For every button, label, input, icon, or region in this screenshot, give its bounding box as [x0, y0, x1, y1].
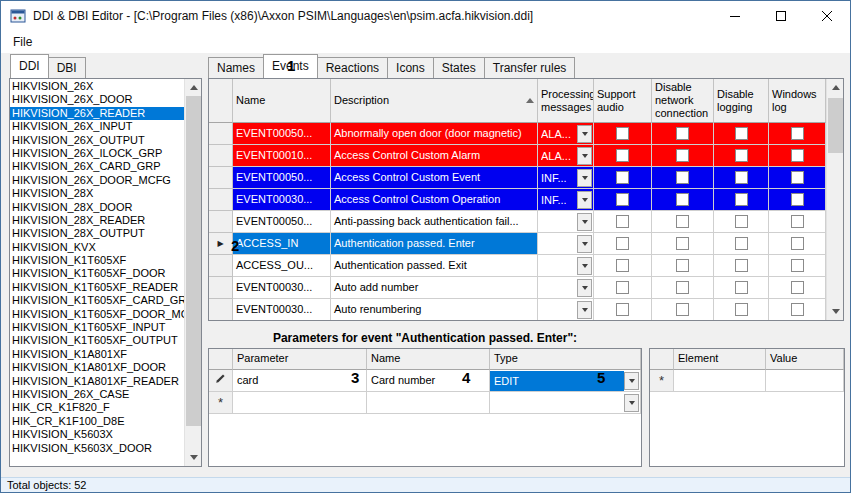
list-item[interactable]: HIK_CR_K1F820_F — [10, 401, 184, 414]
menu-file[interactable]: File — [5, 32, 40, 52]
description-cell[interactable]: Access Control Custom Event — [331, 167, 538, 189]
checkbox-unchecked[interactable] — [676, 149, 689, 162]
checkbox-unchecked[interactable] — [791, 215, 804, 228]
list-item[interactable]: HIKVISION_26X_INPUT — [10, 120, 184, 133]
disable-logging-cell[interactable] — [714, 255, 769, 277]
windows-log-cell[interactable] — [769, 145, 826, 167]
element-cell[interactable] — [674, 370, 766, 392]
support-audio-cell[interactable] — [594, 123, 652, 145]
table-row[interactable]: EVENT00030...Auto renumbering — [209, 299, 826, 320]
name-cell[interactable]: EVENT00050... — [233, 167, 331, 189]
checkbox-unchecked[interactable] — [791, 127, 804, 140]
processing-messages-cell[interactable]: ALA... — [538, 123, 594, 145]
processing-messages-cell[interactable]: INF... — [538, 167, 594, 189]
row-header[interactable] — [209, 167, 233, 189]
list-item[interactable]: HIKVISION_28X_OUTPUT — [10, 227, 184, 240]
disable-logging-cell[interactable] — [714, 189, 769, 211]
table-row[interactable]: EVENT00050...Anti-passing back authentic… — [209, 211, 826, 233]
description-cell[interactable]: Access Control Custom Operation — [331, 189, 538, 211]
support-audio-cell[interactable] — [594, 211, 652, 233]
checkbox-unchecked[interactable] — [735, 259, 748, 272]
checkbox-unchecked[interactable] — [616, 171, 629, 184]
list-scroll-up-button[interactable] — [185, 79, 202, 96]
description-cell[interactable]: Auto add number — [331, 277, 538, 299]
type-cell[interactable] — [490, 392, 641, 414]
list-item[interactable]: HIKVISION_K1T605XF — [10, 254, 184, 267]
list-item[interactable]: HIKVISION_28X_DOOR — [10, 201, 184, 214]
tab-ddi[interactable]: DDI — [10, 54, 49, 78]
name-cell[interactable]: EVENT00050... — [233, 123, 331, 145]
name-cell[interactable]: EVENT00030... — [233, 277, 331, 299]
list-item[interactable]: HIKVISION_K1A801XF_READER — [10, 375, 184, 388]
grid-scrollbar[interactable] — [826, 79, 843, 320]
column-header-value[interactable]: Value — [766, 349, 844, 370]
disable-network-cell[interactable] — [652, 145, 714, 167]
list-item[interactable]: HIK_CR_K1F100_D8E — [10, 415, 184, 428]
checkbox-unchecked[interactable] — [735, 127, 748, 140]
checkbox-unchecked[interactable] — [735, 303, 748, 316]
table-row[interactable]: * — [650, 370, 844, 392]
table-row[interactable]: EVENT00030...Auto add number — [209, 277, 826, 299]
disable-network-cell[interactable] — [652, 233, 714, 255]
dropdown-button[interactable] — [577, 191, 592, 209]
list-item[interactable]: HIKVISION_K1A801XF_DOOR — [10, 361, 184, 374]
row-header[interactable] — [209, 277, 233, 299]
checkbox-unchecked[interactable] — [616, 215, 629, 228]
grid-scroll-up-button[interactable] — [827, 79, 844, 96]
column-header-windows-log[interactable]: Windows log — [769, 79, 826, 123]
name-cell[interactable]: ACCESS_IN — [233, 233, 331, 255]
windows-log-cell[interactable] — [769, 167, 826, 189]
checkbox-unchecked[interactable] — [735, 149, 748, 162]
description-cell[interactable]: Authentication passed. Enter — [331, 233, 538, 255]
description-cell[interactable]: Anti-passing back authentication fail... — [331, 211, 538, 233]
row-header[interactable] — [209, 123, 233, 145]
dropdown-button[interactable] — [577, 125, 592, 143]
list-scrollbar-thumb[interactable] — [186, 96, 201, 426]
checkbox-unchecked[interactable] — [735, 237, 748, 250]
list-item[interactable]: HIKVISION_26X — [10, 80, 184, 93]
list-item[interactable]: HIKVISION_26X_OUTPUT — [10, 134, 184, 147]
list-item[interactable]: HIKVISION_26X_CARD_GRP — [10, 160, 184, 173]
tab-dbi[interactable]: DBI — [48, 57, 86, 78]
row-header[interactable]: * — [650, 370, 674, 392]
value-cell[interactable] — [766, 370, 844, 392]
processing-messages-cell[interactable] — [538, 233, 594, 255]
windows-log-cell[interactable] — [769, 299, 826, 320]
disable-logging-cell[interactable] — [714, 145, 769, 167]
windows-log-cell[interactable] — [769, 123, 826, 145]
name-cell[interactable]: EVENT00030... — [233, 189, 331, 211]
checkbox-unchecked[interactable] — [616, 149, 629, 162]
tab-states[interactable]: States — [433, 57, 485, 78]
column-header-description[interactable]: Description — [331, 79, 538, 123]
list-item[interactable]: HIKVISION_KVX — [10, 241, 184, 254]
name-cell[interactable]: Card number — [367, 370, 490, 392]
list-item[interactable]: HIKVISION_26X_CASE — [10, 388, 184, 401]
disable-network-cell[interactable] — [652, 167, 714, 189]
table-row[interactable]: EVENT00030...Access Control Custom Opera… — [209, 189, 826, 211]
checkbox-unchecked[interactable] — [735, 281, 748, 294]
checkbox-unchecked[interactable] — [791, 281, 804, 294]
name-cell[interactable]: ACCESS_OU... — [233, 255, 331, 277]
dropdown-button[interactable] — [577, 213, 592, 231]
list-item[interactable]: HIKVISION_K1T605XF_CARD_GR — [10, 294, 184, 307]
checkbox-unchecked[interactable] — [676, 193, 689, 206]
dropdown-button[interactable] — [577, 169, 592, 187]
type-cell[interactable]: EDIT — [490, 370, 641, 392]
disable-network-cell[interactable] — [652, 189, 714, 211]
name-cell[interactable]: EVENT00030... — [233, 299, 331, 320]
column-header-disable-logging[interactable]: Disable logging — [714, 79, 769, 123]
processing-messages-cell[interactable]: INF... — [538, 189, 594, 211]
disable-network-cell[interactable] — [652, 123, 714, 145]
column-header-type[interactable]: Type — [490, 349, 641, 370]
windows-log-cell[interactable] — [769, 211, 826, 233]
disable-network-cell[interactable] — [652, 277, 714, 299]
dropdown-button[interactable] — [577, 301, 592, 319]
checkbox-unchecked[interactable] — [616, 303, 629, 316]
table-row[interactable]: cardCard numberEDIT — [209, 370, 641, 392]
checkbox-unchecked[interactable] — [791, 303, 804, 316]
description-cell[interactable]: Abnormally open door (door magnetic) — [331, 123, 538, 145]
support-audio-cell[interactable] — [594, 233, 652, 255]
tab-icons[interactable]: Icons — [387, 57, 434, 78]
list-item[interactable]: HIKVISION_K5603X — [10, 428, 184, 441]
column-header-disable-network-connection[interactable]: Disable network connection — [652, 79, 714, 123]
